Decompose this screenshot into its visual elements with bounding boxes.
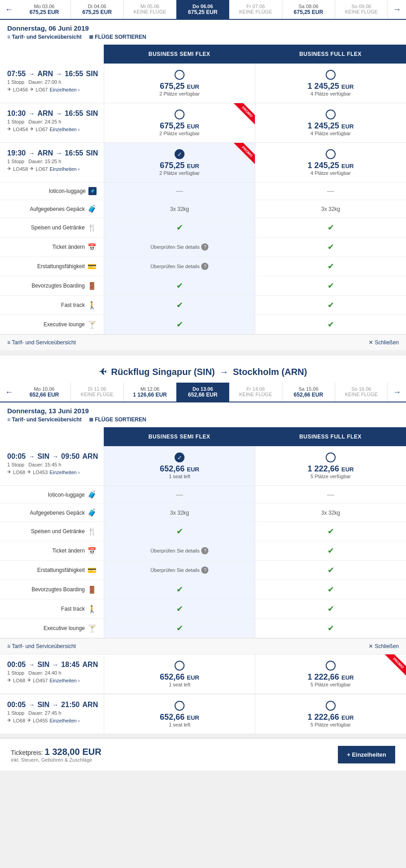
outbound-tariff-link[interactable]: ≡ Tarif- und Serviceübersicht: [7, 34, 82, 40]
outbound-f1-col1-radio[interactable]: [175, 110, 185, 119]
inbound-f0-col1-radio[interactable]: [175, 452, 185, 462]
plane-icon: ✈: [7, 87, 11, 92]
inbound-f0-details[interactable]: Einzelheiten ›: [50, 470, 80, 475]
inbound-f0-arr-airport: ARN: [83, 452, 98, 461]
outbound-f2-col2-cell[interactable]: 1 245,25 EUR 4 Plätze verfügbar: [255, 143, 406, 182]
outbound-feat-7-col2: ✔: [255, 315, 406, 334]
inbound-col1-header: BUSINESS SEMI FLEX: [104, 427, 255, 446]
inbound-footer-tariff[interactable]: ≡ Tarif- und Serviceübersicht: [7, 643, 76, 649]
refund-icon: 💳: [88, 262, 97, 271]
outbound-footer-tariff[interactable]: ≡ Tarif- und Serviceübersicht: [7, 339, 76, 346]
info-icon[interactable]: ?: [201, 566, 208, 574]
outbound-day-0[interactable]: Mo 03.06 675,25 EUR: [18, 0, 71, 19]
inbound-extra-f1-col1[interactable]: 652,66 EUR 1 seat left: [104, 694, 255, 734]
outbound-date-title: Donnerstag, 06 Juni 2019: [7, 24, 399, 32]
outbound-feat-0-col1: —: [104, 183, 255, 200]
plane-icon: ✈: [7, 677, 11, 683]
inbound-col2-header: BUSINESS FULL FLEX: [255, 427, 406, 446]
inbound-extra-f0-details[interactable]: Einzelheiten ›: [50, 678, 80, 683]
lounge-icon: 🍸: [88, 624, 97, 633]
outbound-feat-5-col1: ✔: [104, 276, 255, 296]
outbound-f0-col2-cell[interactable]: 1 245,25 EUR 4 Plätze verfügbar: [255, 64, 406, 103]
inbound-feat-2-col2: ✔: [255, 522, 406, 541]
outbound-flight-row-1: 10:30 → ARN → 16:55 SIN 1 Stopp Dauer: 2…: [0, 103, 406, 143]
outbound-f1-col2-radio[interactable]: [326, 110, 336, 119]
outbound-f1-arr-airport: SIN: [86, 110, 98, 118]
inbound-footer-close[interactable]: ✕ Schließen: [369, 643, 399, 649]
inbound-section: ✈ Rückflug Singapur (SIN) → Stockholm (A…: [0, 356, 406, 734]
outbound-f2-col1-cell[interactable]: 675,25 EUR 2 Plätze verfügbar: [104, 143, 255, 182]
inbound-feat-3-col2: ✔: [255, 541, 406, 561]
info-icon[interactable]: ?: [201, 547, 208, 554]
outbound-sort-link[interactable]: ≣ FLÜGE SORTIEREN: [89, 34, 146, 40]
inbound-section-header: Donnerstag, 13 Juni 2019 ≡ Tarif- und Se…: [0, 402, 406, 427]
inbound-extra-f1-details[interactable]: Einzelheiten ›: [50, 718, 80, 723]
outbound-feat-4-col2: ✔: [255, 257, 406, 276]
outbound-feat-6-label: Fast track 🚶: [0, 296, 104, 315]
outbound-day-5[interactable]: Sa 08.06 675,25 EUR: [282, 0, 335, 19]
outbound-f0-arr: 16:55: [65, 70, 83, 78]
info-icon[interactable]: ?: [201, 263, 208, 270]
inbound-extra-f0-col1[interactable]: 652,66 EUR 1 seat left: [104, 654, 255, 694]
inbound-extra-f0-col2[interactable]: 1 222,66 EUR 5 Plätze verfügbar: [255, 654, 406, 694]
inbound-f0-col2-radio[interactable]: [326, 452, 336, 462]
luggage-icon: 🧳: [88, 490, 97, 499]
plane-icon: ✈: [7, 166, 11, 172]
plane-icon: ✈: [30, 166, 34, 172]
inbound-day-0[interactable]: Mo 10.06 652,66 EUR: [18, 383, 71, 402]
food-icon: 🍴: [88, 527, 97, 536]
boarding-icon: 🚪: [88, 282, 97, 290]
plane-icon: ✈: [7, 469, 11, 475]
fasttrack-icon: 🚶: [88, 301, 97, 310]
outbound-feat-7-col1: ✔: [104, 315, 255, 334]
inbound-f0-col1-cell[interactable]: 652,66 EUR 1 seat left: [104, 446, 255, 485]
inbound-sort-link[interactable]: ≣ FLÜGE SORTIEREN: [89, 416, 146, 423]
outbound-feat-2-col1: ✔: [104, 218, 255, 238]
outbound-f0-col2-radio[interactable]: [326, 70, 336, 80]
outbound-day-1[interactable]: Di 04.06 675,25 EUR: [71, 0, 124, 19]
inbound-extra-f1-col2[interactable]: 1 222,66 EUR 5 Plätze verfügbar: [255, 694, 406, 734]
outbound-footer-close[interactable]: ✕ Schließen: [369, 339, 399, 346]
outbound-prev-btn[interactable]: ←: [0, 0, 18, 19]
outbound-f1-details[interactable]: Einzelheiten ›: [50, 127, 80, 132]
outbound-f0-col1-cell[interactable]: 675,25 EUR 2 Plätze verfügbar: [104, 64, 255, 103]
inbound-tariff-link[interactable]: ≡ Tarif- und Serviceübersicht: [7, 416, 82, 423]
price-bar-label: Ticketpreis:: [11, 749, 43, 756]
outbound-f0-col1-radio[interactable]: [175, 70, 185, 80]
inbound-f0-col2-cell[interactable]: 1 222,66 EUR 5 Plätze verfügbar: [255, 446, 406, 485]
inbound-date-nav: ← Mo 10.06 652,66 EUR Di 11.06 KEINE FLÜ…: [0, 383, 406, 402]
outbound-features: Ioticon-luggage 🧳 — — Aufgegebenes Gepäc…: [0, 183, 406, 334]
outbound-f2-col2-radio[interactable]: [326, 149, 336, 159]
outbound-feat-1-col1: 3x 32kg: [104, 200, 255, 218]
inbound-extra-f0-col1-radio[interactable]: [175, 661, 185, 671]
rueckflug-header: ✈ Rückflug Singapur (SIN) → Stockholm (A…: [0, 356, 406, 383]
outbound-f1-col2-cell[interactable]: 1 245,25 EUR 4 Plätze verfügbar: [255, 103, 406, 142]
details-button[interactable]: + Einzelheiten: [338, 746, 395, 763]
inbound-extra-f1-col2-radio[interactable]: [326, 701, 336, 711]
inbound-extra-f0-col2-radio[interactable]: [326, 661, 336, 671]
outbound-feat-2-col2: ✔: [255, 218, 406, 238]
outbound-feat-4-col1: Überprüfen Sie details ?: [104, 257, 255, 276]
outbound-next-btn[interactable]: →: [388, 0, 406, 19]
outbound-feat-7-label: Executive lounge 🍸: [0, 315, 104, 334]
inbound-extra-f1-col1-radio[interactable]: [175, 701, 185, 711]
outbound-f1-col1-cell[interactable]: 675,25 EUR 2 Plätze verfügbar: [104, 103, 255, 142]
inbound-prev-btn[interactable]: ←: [0, 383, 18, 402]
outbound-feat-6-col1: ✔: [104, 296, 255, 315]
outbound-day-3[interactable]: Do 06.06 675,25 EUR: [176, 0, 229, 19]
inbound-feat-0-col1: —: [104, 486, 255, 504]
outbound-f2-col1-radio[interactable]: [175, 149, 185, 159]
inbound-day-3[interactable]: Do 13.06 652,66 EUR: [176, 383, 229, 402]
outbound-f0-details[interactable]: Einzelheiten ›: [50, 87, 80, 92]
inbound-day-5[interactable]: Sa 15.06 652,66 EUR: [282, 383, 335, 402]
info-icon[interactable]: ?: [201, 243, 208, 251]
inbound-feat-1-label: Aufgegebenes Gepäck 🧳: [0, 504, 104, 522]
outbound-f0-stops: 1 Stopp: [7, 79, 24, 85]
inbound-next-btn[interactable]: →: [388, 383, 406, 402]
outbound-f1-dep-airport: ARN: [37, 110, 53, 118]
inbound-feat-3-label: Ticket ändern 📅: [0, 541, 104, 561]
inbound-f0-dep-airport: SIN: [37, 452, 50, 461]
outbound-f2-details[interactable]: Einzelheiten ›: [50, 166, 80, 172]
inbound-day-2[interactable]: Mi 12.06 1 126,66 EUR: [124, 383, 176, 402]
inbound-footer: ≡ Tarif- und Serviceübersicht ✕ Schließe…: [0, 638, 406, 654]
